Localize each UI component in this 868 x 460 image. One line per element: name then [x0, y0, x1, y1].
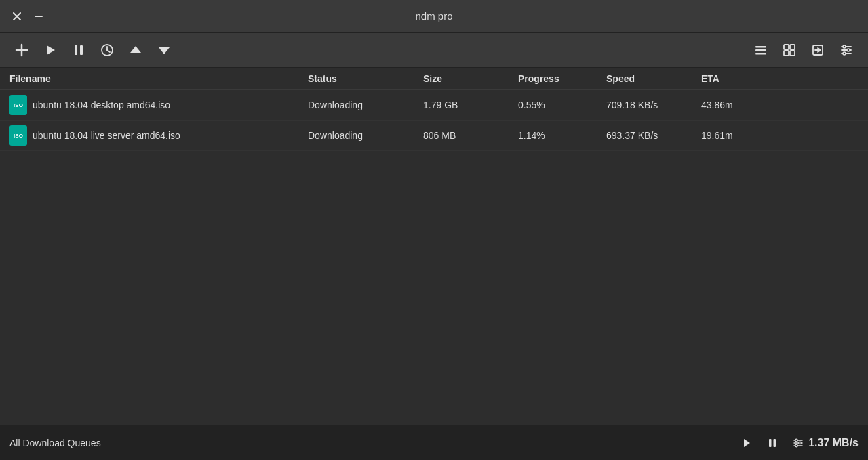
play-button[interactable]	[38, 38, 62, 62]
move-up-button[interactable]	[123, 38, 148, 62]
svg-point-27	[843, 45, 846, 48]
row-eta: 19.61m	[701, 130, 859, 141]
status-pause-button[interactable]	[762, 433, 783, 453]
add-button[interactable]	[9, 38, 34, 62]
header-eta: ETA	[701, 73, 859, 84]
row-size: 806 MB	[423, 130, 518, 141]
file-name: ubuntu 18.04 live server amd64.iso	[33, 130, 180, 141]
svg-rect-16	[784, 45, 789, 49]
file-icon: ISO	[9, 95, 27, 115]
row-progress: 1.14%	[518, 130, 606, 141]
toolbar-right	[749, 38, 859, 62]
row-status: Downloading	[308, 100, 423, 110]
file-icon: ISO	[9, 125, 27, 146]
grid-view-button[interactable]	[777, 38, 802, 62]
file-name-cell: ISO ubuntu 18.04 live server amd64.iso	[9, 125, 308, 146]
title-bar: ndm pro	[0, 0, 868, 33]
status-play-button[interactable]	[736, 433, 757, 453]
header-progress: Progress	[518, 73, 606, 84]
svg-marker-12	[159, 47, 170, 54]
settings-button[interactable]	[834, 38, 859, 62]
svg-line-10	[107, 50, 110, 52]
svg-rect-7	[80, 45, 83, 55]
status-speed: 1.37 MB/s	[808, 437, 859, 449]
svg-rect-17	[790, 45, 795, 49]
window-title: ndm pro	[415, 10, 452, 22]
svg-rect-13	[755, 46, 766, 48]
svg-rect-18	[784, 51, 789, 56]
svg-point-38	[795, 444, 798, 447]
svg-rect-19	[790, 51, 795, 56]
svg-point-29	[843, 52, 846, 55]
svg-rect-32	[774, 439, 776, 447]
move-down-button[interactable]	[152, 38, 176, 62]
row-eta: 43.86m	[701, 100, 859, 110]
minimize-button[interactable]	[31, 9, 46, 24]
svg-marker-30	[744, 439, 750, 447]
status-settings-button[interactable]	[788, 433, 808, 453]
svg-marker-11	[130, 46, 141, 53]
svg-rect-31	[769, 439, 772, 447]
svg-point-36	[795, 439, 798, 442]
header-status: Status	[308, 73, 423, 84]
status-controls	[736, 433, 808, 453]
header-speed: Speed	[606, 73, 701, 84]
svg-point-37	[799, 442, 802, 444]
toolbar	[0, 33, 868, 68]
row-progress: 0.55%	[518, 100, 606, 110]
file-name: ubuntu 18.04 desktop amd64.iso	[33, 100, 170, 110]
row-status: Downloading	[308, 130, 423, 141]
table-row[interactable]: ISO ubuntu 18.04 live server amd64.iso D…	[0, 121, 868, 151]
svg-rect-14	[755, 49, 766, 51]
svg-rect-6	[75, 45, 77, 55]
export-button[interactable]	[806, 38, 830, 62]
file-name-cell: ISO ubuntu 18.04 desktop amd64.iso	[9, 95, 308, 115]
svg-marker-5	[47, 45, 55, 55]
list-view-button[interactable]	[749, 38, 773, 62]
schedule-button[interactable]	[95, 38, 119, 62]
header-size: Size	[423, 73, 518, 84]
row-speed: 709.18 KB/s	[606, 100, 701, 110]
close-button[interactable]	[9, 9, 24, 24]
table-header: Filename Status Size Progress Speed ETA	[0, 68, 868, 90]
svg-point-28	[847, 49, 850, 51]
svg-rect-15	[755, 53, 766, 55]
title-bar-controls	[9, 9, 46, 24]
status-bar: All Download Queues 1.37 MB/s	[0, 425, 868, 460]
table-body: ISO ubuntu 18.04 desktop amd64.iso Downl…	[0, 90, 868, 425]
pause-button[interactable]	[66, 38, 91, 62]
table-row[interactable]: ISO ubuntu 18.04 desktop amd64.iso Downl…	[0, 90, 868, 121]
header-filename: Filename	[9, 73, 308, 84]
row-size: 1.79 GB	[423, 100, 518, 110]
row-speed: 693.37 KB/s	[606, 130, 701, 141]
queue-label: All Download Queues	[9, 438, 736, 448]
toolbar-left	[9, 38, 176, 62]
